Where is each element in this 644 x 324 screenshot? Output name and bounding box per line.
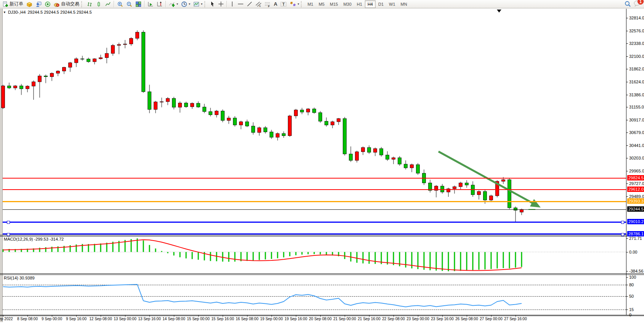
line-chart-button[interactable] bbox=[103, 0, 112, 8]
line-handle[interactable] bbox=[7, 221, 10, 224]
bar-chart-icon bbox=[87, 1, 93, 7]
chevron-down-icon: ▾ bbox=[297, 2, 299, 6]
vertical-line-tool-button[interactable] bbox=[228, 0, 236, 8]
timeframe-button-d1[interactable]: D1 bbox=[376, 0, 386, 8]
new-order-button[interactable]: 新订单 bbox=[1, 0, 25, 8]
toolbar-separator bbox=[114, 1, 114, 7]
navigator-button[interactable] bbox=[43, 0, 52, 8]
horizontal-line-icon bbox=[238, 1, 244, 7]
line-chart-icon bbox=[105, 1, 111, 7]
trendline-tool-button[interactable] bbox=[245, 0, 254, 8]
timeframe-button-m5[interactable]: M5 bbox=[316, 0, 327, 8]
svg-text:T: T bbox=[283, 2, 285, 6]
zoom-in-button[interactable] bbox=[116, 0, 125, 8]
mt4-application: 新订单 自动交易 bbox=[0, 0, 644, 324]
svg-text:E: E bbox=[259, 5, 261, 7]
toolbar-grip bbox=[81, 1, 84, 7]
vertical-line-icon bbox=[230, 1, 234, 7]
chart-shift-icon bbox=[157, 1, 163, 7]
toolbar-separator bbox=[226, 1, 227, 7]
horizontal-line-29010.2[interactable] bbox=[3, 222, 626, 223]
zoom-out-button[interactable] bbox=[125, 0, 134, 8]
line-handle[interactable] bbox=[621, 233, 624, 236]
data-window-button[interactable] bbox=[34, 0, 43, 8]
text-label-tool-button[interactable]: T bbox=[279, 0, 288, 8]
timeframe-button-m15[interactable]: M15 bbox=[327, 0, 340, 8]
tile-windows-icon bbox=[135, 1, 141, 7]
search-icon[interactable] bbox=[625, 1, 631, 7]
timeframe-button-w1[interactable]: W1 bbox=[386, 0, 398, 8]
rsi-line bbox=[3, 284, 522, 307]
templates-button[interactable]: ▾ bbox=[192, 0, 204, 8]
line-handle[interactable] bbox=[7, 233, 10, 236]
rsi-label: RSI(14) 30.9389 bbox=[4, 276, 35, 280]
tile-windows-button[interactable] bbox=[134, 0, 143, 8]
notifications-button[interactable]: 1 bbox=[633, 0, 641, 8]
price-line-badge: 29824.5 bbox=[627, 175, 644, 180]
price-line-badge: 29244.5 bbox=[627, 206, 644, 212]
macd-signal-line bbox=[3, 240, 522, 271]
chart-shift-button[interactable] bbox=[155, 0, 164, 8]
fibonacci-tool-button[interactable]: F bbox=[263, 0, 272, 8]
timeframe-button-h1[interactable]: H1 bbox=[354, 0, 365, 8]
chevron-down-icon: ▾ bbox=[177, 2, 178, 6]
indicators-button[interactable]: ▾ bbox=[167, 0, 180, 8]
horizontal-line-29244.5[interactable] bbox=[3, 209, 626, 210]
auto-trading-icon bbox=[54, 1, 60, 7]
text-label-icon: T bbox=[280, 1, 287, 7]
auto-scroll-icon bbox=[148, 1, 154, 7]
price-line-badge: 29010.2 bbox=[627, 219, 644, 224]
timeframe-group: M1M5M15M30H1H4D1W1MN bbox=[305, 0, 410, 8]
candlestick-icon bbox=[96, 1, 102, 7]
horizontal-line-29393.3[interactable] bbox=[3, 201, 626, 202]
cursor-icon bbox=[210, 1, 215, 7]
timeframe-button-mn[interactable]: MN bbox=[398, 0, 410, 8]
auto-scroll-button[interactable] bbox=[146, 0, 155, 8]
candlestick-series bbox=[2, 30, 524, 222]
indicators-icon bbox=[169, 1, 175, 7]
equidistant-channel-tool-button[interactable]: E bbox=[254, 0, 263, 8]
svg-text:F: F bbox=[268, 5, 270, 7]
line-handle[interactable] bbox=[621, 221, 624, 224]
cube-icon bbox=[26, 1, 32, 7]
horizontal-line-29612.0[interactable] bbox=[3, 189, 626, 190]
text-tool-button[interactable]: A bbox=[272, 0, 279, 8]
main-toolbar: 新订单 自动交易 bbox=[0, 0, 644, 8]
cursor-tool-button[interactable] bbox=[208, 0, 217, 8]
bar-chart-button[interactable] bbox=[85, 0, 94, 8]
profile-icon bbox=[35, 1, 42, 7]
horizontal-line-tool-button[interactable] bbox=[236, 0, 245, 8]
candlestick-chart-button[interactable] bbox=[94, 0, 103, 8]
channel-icon: E bbox=[255, 1, 262, 7]
toolbar-separator bbox=[144, 1, 145, 7]
arrows-icon bbox=[290, 1, 296, 7]
chart-symbol-period: DJ30-,H4 bbox=[8, 10, 26, 14]
trendline-icon bbox=[247, 1, 252, 7]
crosshair-tool-button[interactable] bbox=[217, 0, 225, 8]
radar-icon bbox=[45, 1, 51, 7]
market-watch-button[interactable] bbox=[25, 0, 34, 8]
auto-trading-button[interactable]: 自动交易 bbox=[52, 0, 81, 8]
timeframe-button-h4[interactable]: H4 bbox=[365, 0, 376, 8]
crosshair-icon bbox=[218, 1, 224, 7]
arrows-tool-button[interactable]: ▾ bbox=[288, 0, 300, 8]
zoom-out-icon bbox=[126, 1, 132, 7]
toolbar-grip bbox=[204, 1, 207, 7]
new-order-icon bbox=[2, 1, 8, 7]
toolbar-separator bbox=[165, 1, 166, 7]
price-line-badge: 29393.3 bbox=[627, 198, 644, 204]
periods-button[interactable]: ▾ bbox=[180, 0, 192, 8]
toolbar-grip bbox=[301, 1, 304, 7]
chevron-down-icon: ▾ bbox=[201, 2, 202, 6]
text-icon: A bbox=[274, 1, 277, 7]
chart-window[interactable]: ▼ DJ30-,H4 29244.5 29244.5 29244.5 29244… bbox=[0, 9, 644, 324]
chart-title: ▼ DJ30-,H4 29244.5 29244.5 29244.5 29244… bbox=[3, 10, 92, 14]
toolbar-right-group: 1 bbox=[625, 0, 643, 8]
timeframe-button-m1[interactable]: M1 bbox=[305, 0, 316, 8]
horizontal-line-29824.5[interactable] bbox=[3, 178, 626, 179]
timeframe-button-m30[interactable]: M30 bbox=[340, 0, 354, 8]
chevron-down-icon: ▾ bbox=[189, 2, 190, 6]
horizontal-line-28786.1[interactable] bbox=[3, 233, 626, 235]
collapse-triangle-icon[interactable]: ▼ bbox=[3, 11, 6, 14]
price-line-badge: 29612.0 bbox=[627, 187, 644, 192]
